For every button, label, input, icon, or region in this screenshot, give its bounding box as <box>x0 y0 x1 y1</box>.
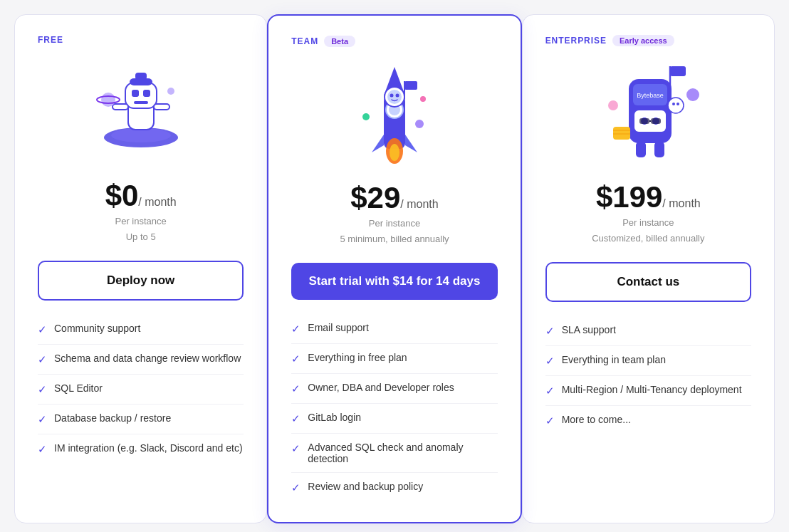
svg-rect-27 <box>404 81 417 90</box>
illus-free-svg <box>91 63 191 162</box>
illustration-enterprise: Bytebase <box>545 53 751 174</box>
price-section-free: $0/ month Per instance Up to 5 <box>38 179 244 244</box>
plan-header-free: FREE <box>38 35 244 45</box>
price-period-team: / month <box>400 198 438 210</box>
price-amount-enterprise: $199 <box>596 180 662 214</box>
feature-item: ✓ Database backup / restore <box>38 405 244 434</box>
features-list-team: ✓ Email support ✓ Everything in free pla… <box>291 314 497 502</box>
svg-point-11 <box>101 93 115 107</box>
price-sub1-free: Per instance <box>38 214 244 229</box>
feature-item: ✓ Multi-Region / Multi-Tenancy deploymen… <box>545 376 751 406</box>
contact-us-button[interactable]: Contact us <box>545 262 751 302</box>
check-icon: ✓ <box>38 413 47 426</box>
illus-team-svg <box>345 60 444 170</box>
start-trial-button[interactable]: Start trial with $14 for 14 days <box>291 263 497 300</box>
feature-item: ✓ Owner, DBA and Developer roles <box>291 374 497 404</box>
svg-point-51 <box>608 100 618 110</box>
illustration-team <box>291 54 497 175</box>
plan-header-enterprise: ENTERPRISE Early access <box>545 35 751 46</box>
price-sub1-team: Per instance <box>291 217 497 231</box>
price-amount-team: $29 <box>350 181 400 214</box>
feature-text: Community support <box>54 323 140 334</box>
check-icon: ✓ <box>38 323 47 336</box>
price-amount-free: $0 <box>105 179 139 212</box>
svg-marker-18 <box>372 135 384 152</box>
feature-text: Everything in free plan <box>308 352 407 363</box>
feature-text: Everything in team plan <box>562 354 666 365</box>
feature-text: Schema and data change review workflow <box>54 353 241 364</box>
check-icon: ✓ <box>38 353 47 366</box>
svg-marker-19 <box>405 135 417 152</box>
plan-card-team: TEAM Beta <box>267 14 521 523</box>
svg-point-24 <box>390 93 393 97</box>
feature-item: ✓ SQL Editor <box>38 375 244 405</box>
check-icon: ✓ <box>291 323 301 335</box>
feature-text: Database backup / restore <box>54 412 171 424</box>
svg-point-25 <box>395 93 399 97</box>
feature-text: Owner, DBA and Developer roles <box>308 382 454 393</box>
feature-item: ✓ SLA support <box>545 316 751 346</box>
feature-text: Email support <box>308 322 369 333</box>
svg-rect-40 <box>636 142 646 157</box>
svg-rect-37 <box>639 118 649 124</box>
check-icon: ✓ <box>38 443 47 456</box>
svg-point-45 <box>672 103 675 105</box>
feature-text: Review and backup policy <box>308 481 423 492</box>
check-icon: ✓ <box>545 385 555 397</box>
feature-item: ✓ More to come... <box>545 406 751 435</box>
svg-point-46 <box>676 103 679 105</box>
check-icon: ✓ <box>291 481 301 494</box>
feature-item: ✓ Email support <box>291 314 497 344</box>
plan-card-free: FREE <box>14 14 267 523</box>
plan-label-team: TEAM <box>291 36 318 46</box>
price-section-enterprise: $199/ month Per instance Customized, bil… <box>545 180 751 245</box>
feature-item: ✓ Schema and data change review workflow <box>38 345 244 375</box>
svg-rect-43 <box>670 66 686 76</box>
price-sub2-free: Up to 5 <box>38 230 244 244</box>
check-icon: ✓ <box>291 412 301 425</box>
check-icon: ✓ <box>545 325 555 338</box>
plan-card-enterprise: ENTERPRISE Early access Bytebase <box>522 14 775 523</box>
check-icon: ✓ <box>291 442 301 455</box>
svg-point-29 <box>420 96 426 102</box>
plan-label-free: FREE <box>38 35 63 45</box>
price-sub1-enterprise: Per instance <box>545 216 751 230</box>
plan-badge-enterprise: Early access <box>612 35 674 46</box>
plan-label-enterprise: ENTERPRISE <box>545 36 607 46</box>
price-period-enterprise: / month <box>662 197 700 209</box>
check-icon: ✓ <box>38 383 47 396</box>
svg-point-30 <box>415 120 424 128</box>
price-sub2-enterprise: Customized, billed annually <box>545 231 751 246</box>
svg-text:Bytebase: Bytebase <box>637 92 664 99</box>
check-icon: ✓ <box>545 355 555 367</box>
check-icon: ✓ <box>291 382 301 395</box>
feature-item: ✓ Community support <box>38 315 244 345</box>
feature-item: ✓ Everything in free plan <box>291 344 497 374</box>
pricing-container: FREE <box>14 14 775 523</box>
svg-point-13 <box>167 88 174 95</box>
plan-badge-team: Beta <box>324 36 355 47</box>
feature-text: Advanced SQL check and anomaly detection <box>308 442 497 464</box>
svg-rect-8 <box>135 73 147 80</box>
price-period-free: / month <box>138 196 176 208</box>
feature-text: IM integration (e.g. Slack, Discord and … <box>54 442 243 454</box>
feature-item: ✓ IM integration (e.g. Slack, Discord an… <box>38 434 244 464</box>
illustration-free <box>38 52 244 173</box>
svg-point-44 <box>668 98 684 113</box>
illus-enterprise-svg: Bytebase <box>593 59 704 169</box>
svg-rect-9 <box>113 104 128 110</box>
price-section-team: $29/ month Per instance 5 minimum, bille… <box>291 181 497 246</box>
svg-point-50 <box>686 88 699 101</box>
svg-rect-6 <box>134 101 148 104</box>
check-icon: ✓ <box>291 353 301 365</box>
svg-rect-10 <box>154 104 169 110</box>
price-sub2-team: 5 minimum, billed annually <box>291 232 497 246</box>
svg-rect-3 <box>125 83 157 108</box>
svg-rect-5 <box>143 90 150 97</box>
feature-item: ✓ Advanced SQL check and anomaly detecti… <box>291 434 497 473</box>
svg-rect-41 <box>654 142 664 157</box>
feature-item: ✓ Review and backup policy <box>291 473 497 502</box>
svg-point-23 <box>387 90 402 104</box>
feature-text: SQL Editor <box>54 382 103 394</box>
deploy-now-button[interactable]: Deploy now <box>38 261 244 301</box>
